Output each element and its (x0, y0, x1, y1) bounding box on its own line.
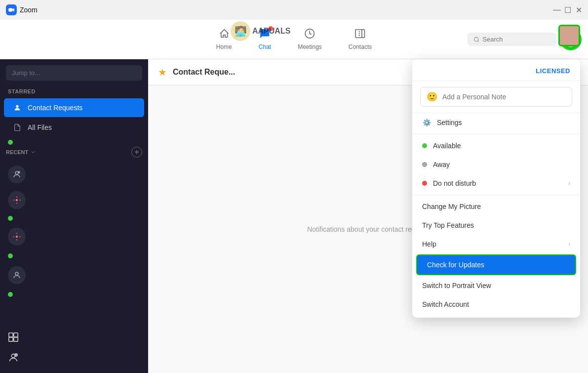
personal-note-field[interactable]: 🙂 (420, 87, 572, 107)
tab-meetings[interactable]: Meetings (292, 24, 328, 54)
top-nav: Home Chat Me (0, 20, 588, 59)
available-label: Available (433, 142, 570, 150)
svg-rect-14 (9, 337, 13, 341)
all-files-icon (12, 122, 23, 133)
svg-rect-0 (8, 8, 12, 12)
svg-point-8 (18, 171, 20, 173)
content-title: Contact Reque... (173, 68, 235, 77)
recent-label: RECENT (6, 149, 36, 155)
all-files-label: All Files (28, 124, 52, 131)
try-top-features-label: Try Top Features (422, 221, 570, 229)
recent-item-6[interactable] (0, 288, 148, 301)
app-logo: Zoom (6, 4, 38, 15)
search-input[interactable] (482, 36, 550, 43)
divider-2 (412, 195, 580, 195)
menu-item-help[interactable]: Help › (412, 235, 580, 253)
contact-requests-icon (12, 102, 23, 113)
profile-dropdown: LICENSED 🙂 ⚙️ Settings Available Away Do… (412, 59, 580, 318)
recent-item-2[interactable] (0, 187, 148, 213)
recent-icon-1 (8, 166, 26, 183)
sidebar: STARRED Contact Requests (0, 59, 148, 373)
menu-item-do-not-disturb[interactable]: Do not disturb › (412, 174, 580, 193)
svg-point-11 (15, 272, 18, 275)
personal-note-input[interactable] (442, 93, 566, 101)
search-box[interactable] (468, 33, 556, 46)
svg-point-9 (16, 199, 18, 202)
recent-icon-4 (8, 266, 26, 284)
contact-requests-label: Contact Requests (28, 104, 82, 112)
tab-home-label: Home (216, 43, 232, 50)
menu-item-try-top-features[interactable]: Try Top Features (412, 216, 580, 235)
recent-icon-2 (8, 191, 26, 209)
recent-item-3[interactable] (0, 224, 148, 249)
content-empty-message: Notifications about your contact reque..… (307, 225, 429, 233)
add-recent-button[interactable]: + (131, 147, 142, 158)
svg-line-5 (478, 41, 479, 41)
starred-label: STARRED (0, 88, 148, 98)
menu-item-settings[interactable]: ⚙️ Settings (412, 113, 580, 132)
dropdown-header: LICENSED (412, 59, 580, 81)
divider-1 (412, 134, 580, 134)
tab-meetings-label: Meetings (298, 43, 322, 50)
menu-item-change-picture[interactable]: Change My Picture (412, 197, 580, 216)
svg-rect-12 (9, 333, 13, 337)
check-for-updates-label: Check for Updates (427, 261, 565, 269)
minimize-button[interactable]: — (553, 6, 560, 13)
switch-portrait-label: Switch to Portrait View (422, 282, 570, 290)
star-icon: ★ (158, 66, 167, 78)
change-picture-label: Change My Picture (422, 203, 570, 210)
available-dot (422, 143, 427, 148)
menu-item-switch-account[interactable]: Switch Account (412, 295, 580, 314)
menu-item-available[interactable]: Available (412, 136, 580, 155)
tab-chat-label: Chat (259, 43, 271, 50)
jump-to-input[interactable] (6, 65, 142, 81)
search-icon (473, 36, 479, 43)
menu-item-check-for-updates[interactable]: Check for Updates (416, 254, 576, 275)
close-button[interactable]: ✕ (575, 6, 582, 13)
meetings-icon (305, 28, 315, 41)
svg-rect-15 (14, 337, 18, 341)
zoom-icon (6, 4, 17, 15)
settings-icon: ⚙️ (422, 119, 431, 126)
sidebar-bottom-item-1[interactable] (0, 328, 148, 346)
online-dot-2 (8, 216, 13, 221)
app-name: Zoom (20, 6, 38, 14)
menu-item-away[interactable]: Away (412, 155, 580, 174)
menu-item-switch-portrait[interactable]: Switch to Portrait View (412, 276, 580, 295)
switch-account-label: Switch Account (422, 300, 570, 308)
settings-label: Settings (437, 119, 570, 126)
away-label: Away (433, 161, 570, 168)
dnd-label: Do not disturb (433, 179, 562, 187)
sidebar-bottom (0, 328, 148, 367)
home-icon (219, 28, 230, 41)
svg-point-4 (474, 37, 478, 41)
tab-contacts[interactable]: Contacts (343, 24, 378, 54)
emoji-icon[interactable]: 🙂 (427, 91, 437, 102)
recent-item-5[interactable] (0, 262, 148, 288)
sidebar-item-contact-requests[interactable]: Contact Requests (4, 98, 144, 117)
online-dot-4 (8, 292, 13, 297)
recent-item-4[interactable] (0, 249, 148, 262)
recent-section-header: RECENT + (0, 147, 148, 162)
title-bar: Zoom — ☐ ✕ (0, 0, 588, 20)
sidebar-item-all-files[interactable]: All Files (4, 118, 144, 137)
svg-point-7 (15, 171, 18, 174)
svg-point-6 (16, 105, 18, 108)
sidebar-bottom-item-2[interactable] (0, 348, 148, 367)
dnd-chevron: › (568, 180, 570, 187)
help-chevron: › (568, 241, 570, 248)
help-label: Help (422, 240, 562, 248)
personal-note-row: 🙂 (412, 81, 580, 113)
away-dot (422, 162, 427, 167)
dnd-dot (422, 181, 427, 186)
online-dot-1 (8, 140, 13, 145)
svg-rect-13 (14, 333, 18, 337)
maximize-button[interactable]: ☐ (564, 6, 571, 13)
contacts-icon (355, 28, 366, 41)
check-updates-wrapper: Check for Updates (412, 253, 580, 276)
recent-icon-3 (8, 228, 26, 246)
svg-point-10 (16, 236, 18, 238)
window-controls: — ☐ ✕ (553, 6, 582, 13)
avatar-highlight-box[interactable] (558, 25, 580, 46)
recent-item-1[interactable] (0, 162, 148, 187)
